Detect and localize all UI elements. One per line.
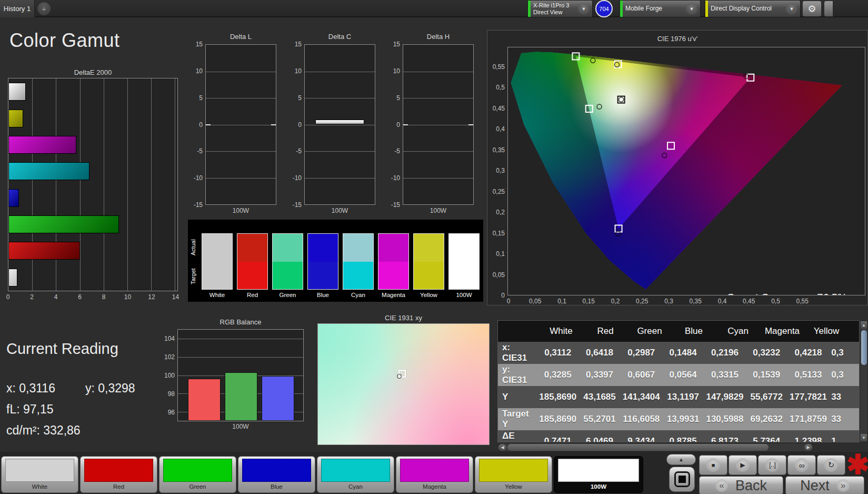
cie1976-chart: Gamut Coverage:76,5% [507, 47, 865, 295]
stop-icon: ■ [706, 458, 720, 472]
meter-dropdown[interactable]: X-Rite i1Pro 3Direct View ▼ [528, 1, 592, 17]
patch-button-red[interactable]: Red [80, 456, 157, 493]
deltae-bar-100w [8, 83, 26, 101]
badge-label: 704 [599, 6, 608, 12]
patch-buttons: WhiteRedGreenBlueCyanMagentaYellow100W [1, 456, 643, 493]
swatch-column-100w: 100W [448, 233, 480, 300]
delta-c-x-label: 100W [304, 207, 375, 214]
table-row-1: x: CIE310,31120,64180,29870,14840,21960,… [498, 342, 859, 364]
scroll-down-icon[interactable]: ▼ [861, 434, 867, 441]
cie1931-chart [317, 323, 490, 445]
patch-button-magenta[interactable]: Magenta [396, 456, 473, 493]
table-row-3: Y185,869043,1685141,340413,1197147,98295… [498, 386, 859, 408]
patch-button-yellow[interactable]: Yellow [475, 456, 552, 493]
loop-range-button[interactable]: [‥] [758, 455, 786, 475]
actual-row-label: Actual [190, 233, 196, 262]
table-header-row: WhiteRedGreenBlueCyanMagentaYellow [498, 321, 859, 342]
display-control-dropdown[interactable]: Direct Display Control ▼ [705, 1, 800, 17]
rgb-bar-green [225, 372, 257, 421]
chevron-up-icon: ▲ [679, 457, 684, 462]
swatch-column-yellow: Yellow [413, 233, 444, 300]
delta-h-y-axis: 151050-5-10-15 [386, 44, 402, 205]
loop-range-icon: [‥] [765, 458, 779, 472]
tab-history-1[interactable]: History 1 [0, 0, 35, 17]
current-reading-title: Current Reading [6, 340, 118, 358]
scroll-right-icon[interactable]: ▶ [804, 444, 812, 451]
deltae-bar-blue [8, 189, 19, 207]
patch-button-blue[interactable]: Blue [238, 456, 315, 493]
reading-y: y: 0,3298 [85, 381, 135, 396]
scroll-left-icon[interactable]: ◀ [498, 444, 506, 451]
repeat-button[interactable]: ↻ [817, 455, 845, 475]
vertical-scroll-thumb[interactable] [861, 330, 867, 365]
top-bar: History 1 + X-Rite i1Pro 3Direct View ▼ … [0, 0, 868, 17]
back-button[interactable]: « Back [699, 476, 783, 494]
panel-collapse-button[interactable]: ▲ [666, 454, 696, 465]
reading-fl: fL: 97,15 [6, 402, 54, 417]
continuous-read-button[interactable]: ∞ [787, 455, 816, 475]
table-horizontal-scrollbar[interactable]: ◀ ▶ [497, 443, 813, 452]
chromaticity-diagram [508, 47, 865, 295]
horizontal-scroll-thumb[interactable] [507, 444, 769, 451]
deltae-bar-magenta [8, 136, 76, 154]
delta-c-chart [304, 44, 375, 205]
cie1976-title: CIE 1976 u'v' [487, 35, 867, 43]
display-control-label: Direct Display Control [711, 5, 772, 13]
table-row-5: ΔE 20000,74716,04699,34340,87856,81735,7… [498, 430, 859, 442]
cie1976-panel: CIE 1976 u'v' 00,050,10,150,20,250,30,35… [487, 30, 868, 305]
swatch-column-blue: Blue [307, 233, 338, 300]
deltae-bar-yellow [8, 110, 23, 127]
table-body: x: CIE310,31120,64180,29870,14840,21960,… [498, 342, 859, 442]
repeat-icon: ↻ [824, 458, 838, 472]
deltae2000-title: DeltaE 2000 [8, 68, 178, 76]
delta-l-x-label: 100W [205, 207, 276, 214]
patch-button-white[interactable]: White [1, 456, 78, 493]
add-tab-button[interactable]: + [37, 2, 51, 15]
delta-l-y-axis: 151050-5-10-15 [188, 44, 204, 205]
delta-h-chart [403, 44, 474, 205]
back-label: Back [735, 478, 767, 494]
patch-button-green[interactable]: Green [159, 456, 236, 493]
clipped-toolbar-button[interactable] [824, 1, 833, 17]
cie1976-y-axis: 00,050,10,150,20,250,30,350,40,450,50,55 [488, 47, 506, 295]
chevron-down-icon[interactable]: ▼ [578, 3, 590, 15]
reading-cd: cd/m²: 332,86 [6, 423, 81, 438]
measurement-table: WhiteRedGreenBlueCyanMagentaYellow x: CI… [497, 320, 860, 442]
cie1976-x-axis: 00,050,10,150,20,250,30,350,40,450,50,55 [507, 298, 865, 306]
plus-icon: + [42, 4, 46, 13]
deltae2000-x-axis: 02468101214 [8, 293, 178, 302]
swatch-column-magenta: Magenta [378, 233, 409, 300]
rgb-balance-x-label: 100W [177, 423, 304, 430]
delta-c-panel: Delta C 151050-5-10-15 100W [287, 33, 377, 217]
source-label: Mobile Forge [625, 5, 662, 13]
chevron-right-icon: » [837, 479, 850, 492]
cie1931-measured-marker [397, 374, 402, 379]
stop-button[interactable]: ■ [699, 455, 727, 475]
gamut-coverage-readout: Gamut Coverage:76,5% [726, 292, 847, 295]
source-status-stripe [620, 1, 623, 17]
next-label: Next [800, 478, 830, 494]
table-vertical-scrollbar[interactable]: ▲ ▼ [860, 320, 868, 442]
chevron-down-icon[interactable]: ▼ [686, 3, 697, 15]
rgb-bar-blue [262, 376, 294, 421]
deltae-bar-green [8, 215, 119, 233]
deltae2000-chart [8, 78, 178, 291]
cie1931-title: CIE 1931 xy [317, 314, 490, 322]
chevron-down-icon[interactable]: ▼ [786, 3, 797, 15]
scroll-up-icon[interactable]: ▲ [861, 321, 867, 329]
meter-mode-badge[interactable]: 704 [595, 0, 613, 17]
deltae-bar-white [8, 269, 17, 286]
deltae-bar-cyan [8, 162, 89, 180]
stop-measurement-button[interactable] [669, 467, 695, 492]
play-button[interactable]: ▶ [729, 455, 757, 475]
infinity-icon: ∞ [795, 458, 809, 472]
settings-button[interactable]: ⚙ [802, 1, 822, 17]
rgb-bar-red [188, 379, 221, 421]
table-row-2: y: CIE310,32850,33970,60670,05640,33150,… [498, 364, 859, 386]
meter-status-stripe [528, 1, 531, 17]
patch-button-cyan[interactable]: Cyan [317, 456, 394, 493]
source-dropdown[interactable]: Mobile Forge ▼ [620, 1, 700, 17]
patch-button-100w[interactable]: 100W [554, 456, 643, 493]
rgb-balance-chart [177, 329, 304, 421]
tab-label: History 1 [4, 5, 31, 13]
